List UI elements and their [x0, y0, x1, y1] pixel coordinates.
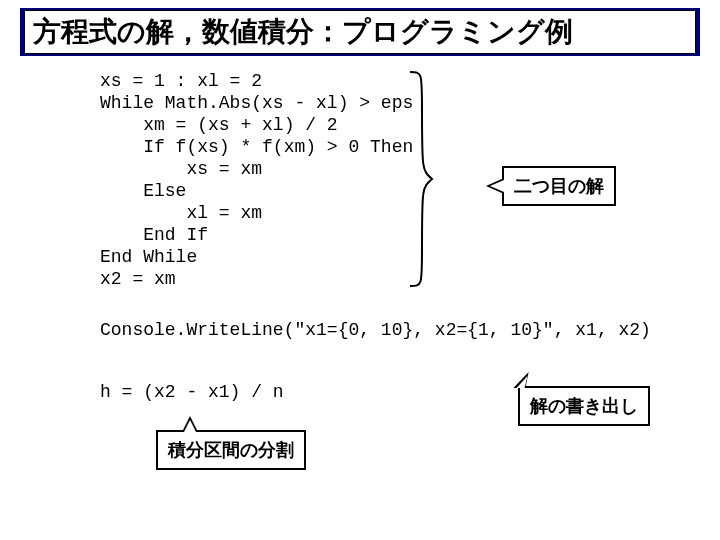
code-line-console: Console.WriteLine("x1={0, 10}, x2={1, 10…	[100, 320, 651, 340]
slide: 方程式の解，数値積分：プログラミング例 xs = 1 : xl = 2 Whil…	[0, 0, 720, 540]
callout-label: 二つ目の解	[504, 168, 614, 204]
code-block-bisection: xs = 1 : xl = 2 While Math.Abs(xs - xl) …	[100, 70, 413, 290]
title-bar: 方程式の解，数値積分：プログラミング例	[20, 8, 700, 56]
callout-divide-interval: 積分区間の分割	[156, 430, 306, 470]
callout-output: 解の書き出し	[518, 386, 650, 426]
code-line-h: h = (x2 - x1) / n	[100, 382, 284, 402]
callout-label: 解の書き出し	[520, 388, 648, 424]
slide-title: 方程式の解，数値積分：プログラミング例	[24, 10, 696, 54]
callout-label: 積分区間の分割	[158, 432, 304, 468]
callout-second-root: 二つ目の解	[502, 166, 616, 206]
